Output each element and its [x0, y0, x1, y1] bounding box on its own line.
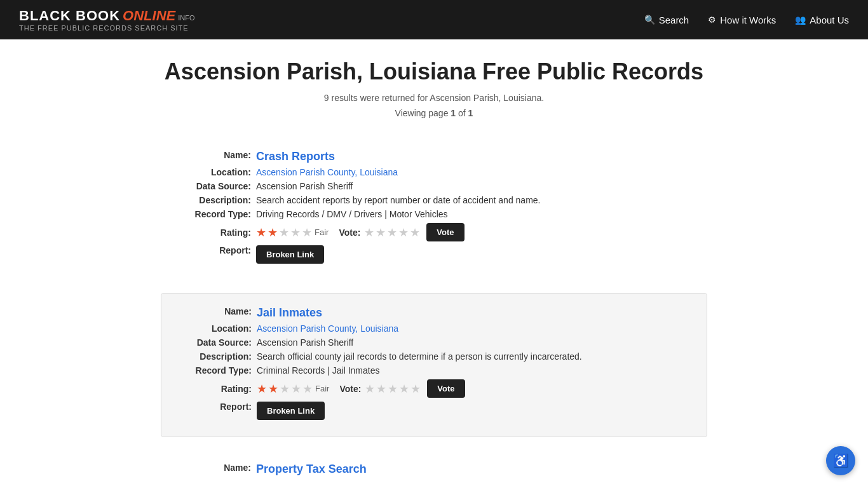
jail-inmates-link[interactable]: Jail Inmates: [257, 306, 322, 319]
page-title: Ascension Parish, Louisiana Free Public …: [161, 58, 707, 85]
jail-inmates-record-type: Criminal Records | Jail Inmates: [257, 365, 379, 376]
vote-stars: ★ ★ ★ ★ ★: [365, 382, 421, 396]
rating-stars: ★ ★ ★ ★ ★: [256, 226, 312, 240]
rating-label: Rating:: [173, 227, 256, 238]
report-label: Report:: [174, 402, 257, 412]
jail-inmates-description: Search official county jail records to d…: [257, 351, 582, 362]
crash-reports-datasource: Ascension Parish Sheriff: [256, 181, 353, 191]
rating-stars: ★ ★ ★ ★ ★: [257, 382, 313, 396]
crash-reports-description: Search accident reports by report number…: [256, 195, 540, 205]
logo-tagline: THE FREE PUBLIC RECORDS SEARCH SITE: [19, 24, 195, 32]
crash-reports-link[interactable]: Crash Reports: [256, 150, 335, 163]
name-label: Name:: [173, 150, 256, 160]
location-label: Location:: [174, 323, 257, 334]
search-icon: 🔍: [644, 15, 655, 25]
gear-icon: ⚙: [708, 15, 716, 25]
rating-text: Fair: [315, 227, 329, 237]
logo: BLACK BOOK ONLINE INFO THE FREE PUBLIC R…: [19, 8, 195, 32]
name-label: Name:: [174, 306, 257, 316]
vote-button[interactable]: Vote: [426, 223, 464, 241]
main-nav: 🔍 Search ⚙ How it Works 👥 About Us: [644, 15, 849, 25]
logo-black-text: BLACK BOOK: [19, 8, 120, 24]
vote-stars: ★ ★ ★ ★ ★: [364, 226, 420, 240]
description-label: Description:: [174, 351, 257, 362]
broken-link-button[interactable]: Broken Link: [257, 402, 325, 420]
vote-label: Vote:: [339, 227, 360, 238]
record-type-label: Record Type:: [174, 365, 257, 376]
nav-search[interactable]: 🔍 Search: [644, 15, 689, 25]
broken-link-button[interactable]: Broken Link: [256, 245, 324, 264]
accessibility-button[interactable]: ♿: [826, 446, 855, 475]
description-label: Description:: [173, 195, 256, 205]
pagination-info: Viewing page 1 of 1: [161, 108, 707, 118]
report-label: Report:: [173, 245, 256, 255]
record-card: Name: Jail Inmates Location: Ascension P…: [161, 293, 707, 437]
record-card: Name: Property Tax Search: [161, 450, 707, 488]
nav-how-it-works[interactable]: ⚙ How it Works: [708, 15, 776, 25]
nav-about-us[interactable]: 👥 About Us: [795, 15, 849, 25]
data-source-label: Data Source:: [174, 337, 257, 348]
main-content: Ascension Parish, Louisiana Free Public …: [148, 39, 720, 488]
logo-online-text: ONLINE: [123, 8, 175, 24]
vote-label: Vote:: [339, 384, 361, 394]
jail-inmates-location[interactable]: Ascension Parish County, Louisiana: [257, 323, 398, 334]
vote-button[interactable]: Vote: [427, 379, 465, 398]
rating-text: Fair: [315, 384, 329, 393]
data-source-label: Data Source:: [173, 181, 256, 191]
crash-reports-location[interactable]: Ascension Parish County, Louisiana: [256, 167, 398, 177]
location-label: Location:: [173, 167, 256, 177]
accessibility-icon: ♿: [833, 453, 849, 468]
logo-info-text: INFO: [178, 14, 194, 22]
record-card: Name: Crash Reports Location: Ascension …: [161, 137, 707, 280]
people-icon: 👥: [795, 15, 806, 25]
crash-reports-record-type: Driving Records / DMV / Drivers | Motor …: [256, 209, 448, 219]
record-type-label: Record Type:: [173, 209, 256, 219]
jail-inmates-datasource: Ascension Parish Sheriff: [257, 337, 353, 348]
rating-label: Rating:: [174, 384, 257, 394]
name-label: Name:: [173, 463, 256, 473]
site-header: BLACK BOOK ONLINE INFO THE FREE PUBLIC R…: [0, 0, 868, 39]
property-tax-link[interactable]: Property Tax Search: [256, 463, 367, 475]
results-info: 9 results were returned for Ascension Pa…: [161, 93, 707, 103]
